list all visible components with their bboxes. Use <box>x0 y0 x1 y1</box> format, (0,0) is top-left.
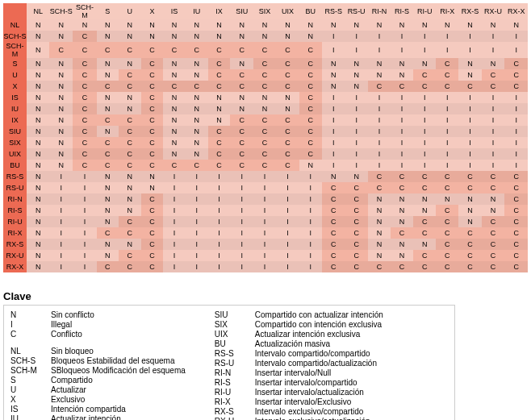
legend-desc: Sin conflicto <box>51 310 186 319</box>
matrix-cell: I <box>49 171 73 182</box>
matrix-cell: N <box>208 103 231 114</box>
matrix-cell: I <box>299 239 322 250</box>
col-header: IU <box>186 3 208 19</box>
col-header: U <box>119 3 141 19</box>
matrix-cell: N <box>253 103 276 114</box>
row-header: RX-U <box>3 250 27 261</box>
matrix-cell: I <box>230 216 253 227</box>
matrix-cell: N <box>27 42 49 58</box>
matrix-cell: I <box>345 31 367 42</box>
matrix-cell: N <box>27 182 49 193</box>
matrix-cell: I <box>322 148 345 160</box>
legend-desc: Actualizar intención exclusiva <box>255 330 383 339</box>
matrix-cell: I <box>163 182 186 193</box>
matrix-cell: I <box>436 126 458 137</box>
matrix-cell: C <box>345 239 367 250</box>
matrix-cell: I <box>436 42 458 58</box>
matrix-cell: I <box>413 42 436 58</box>
legend-code: RI-N <box>215 368 250 377</box>
matrix-cell: N <box>49 103 73 114</box>
col-header: NL <box>27 3 49 19</box>
matrix-cell: C <box>73 126 96 137</box>
matrix-cell: C <box>504 239 528 250</box>
matrix-cell: I <box>322 160 345 171</box>
matrix-cell: N <box>49 126 73 137</box>
matrix-cell: I <box>368 160 391 171</box>
matrix-cell: I <box>276 182 299 193</box>
matrix-cell: C <box>186 42 208 58</box>
matrix-cell: N <box>163 148 186 160</box>
matrix-cell: I <box>345 137 367 148</box>
matrix-cell: I <box>208 171 231 182</box>
matrix-cell: C <box>504 58 528 69</box>
matrix-cell: C <box>97 148 119 160</box>
matrix-cell: C <box>97 227 119 239</box>
matrix-cell: N <box>413 19 436 31</box>
matrix-cell: C <box>322 205 345 216</box>
matrix-cell: I <box>253 239 276 250</box>
matrix-cell: N <box>413 239 436 250</box>
matrix-cell: I <box>230 250 253 261</box>
matrix-cell: N <box>97 103 119 114</box>
matrix-cell: C <box>276 126 299 137</box>
matrix-cell: N <box>163 137 186 148</box>
matrix-cell: C <box>253 81 276 92</box>
matrix-cell: N <box>230 19 253 31</box>
matrix-cell: C <box>482 227 504 239</box>
matrix-cell: C <box>436 216 458 227</box>
legend-desc: Actualización masiva <box>255 339 383 348</box>
matrix-cell: I <box>299 261 322 272</box>
matrix-cell: C <box>504 227 528 239</box>
legend-desc: Insertar intervalo/compartido <box>255 378 383 387</box>
matrix-cell: I <box>186 239 208 250</box>
matrix-cell: N <box>27 103 49 114</box>
legend-box: NSin conflictoIIllegalCConflictoNLSin bl… <box>3 305 455 420</box>
matrix-cell: I <box>230 182 253 193</box>
matrix-cell: I <box>186 227 208 239</box>
matrix-cell: N <box>27 81 49 92</box>
matrix-cell: C <box>141 227 164 239</box>
matrix-cell: N <box>345 69 367 81</box>
matrix-cell: C <box>504 261 528 272</box>
matrix-cell: C <box>322 216 345 227</box>
matrix-cell: I <box>504 137 528 148</box>
matrix-cell: N <box>27 148 49 160</box>
legend-desc: Actualizar intención <box>51 414 186 420</box>
matrix-cell: I <box>230 205 253 216</box>
matrix-cell: N <box>345 171 367 182</box>
matrix-cell: I <box>208 193 231 205</box>
matrix-cell: N <box>368 193 391 205</box>
matrix-cell: N <box>119 31 141 42</box>
matrix-cell: C <box>73 81 96 92</box>
matrix-cell: C <box>141 148 164 160</box>
legend-code: RI-S <box>215 378 250 387</box>
matrix-cell: C <box>458 261 481 272</box>
matrix-cell: N <box>49 19 73 31</box>
matrix-cell: C <box>208 137 231 148</box>
matrix-cell: I <box>413 103 436 114</box>
matrix-cell: N <box>163 114 186 126</box>
matrix-cell: C <box>119 261 141 272</box>
matrix-cell: C <box>141 69 164 81</box>
row-header: BU <box>3 160 27 171</box>
matrix-cell: N <box>27 19 49 31</box>
matrix-cell: N <box>97 216 119 227</box>
legend-code: U <box>10 385 46 394</box>
lock-matrix-container: NLSCH-SSCH-MSUXISIUIXSIUSIXUIXBURS-SRS-U… <box>3 3 528 272</box>
matrix-cell: C <box>141 81 164 92</box>
matrix-cell: I <box>299 182 322 193</box>
matrix-cell: I <box>186 216 208 227</box>
matrix-cell: N <box>97 182 119 193</box>
matrix-cell: N <box>391 19 413 31</box>
matrix-cell: C <box>230 81 253 92</box>
matrix-cell: C <box>436 261 458 272</box>
legend-code: RI-U <box>215 388 250 397</box>
matrix-cell: I <box>163 216 186 227</box>
matrix-cell: N <box>322 19 345 31</box>
matrix-cell: I <box>230 193 253 205</box>
matrix-cell: N <box>299 31 322 42</box>
matrix-cell: I <box>345 148 367 160</box>
matrix-cell: I <box>345 114 367 126</box>
matrix-cell: C <box>163 160 186 171</box>
matrix-cell: C <box>97 81 119 92</box>
